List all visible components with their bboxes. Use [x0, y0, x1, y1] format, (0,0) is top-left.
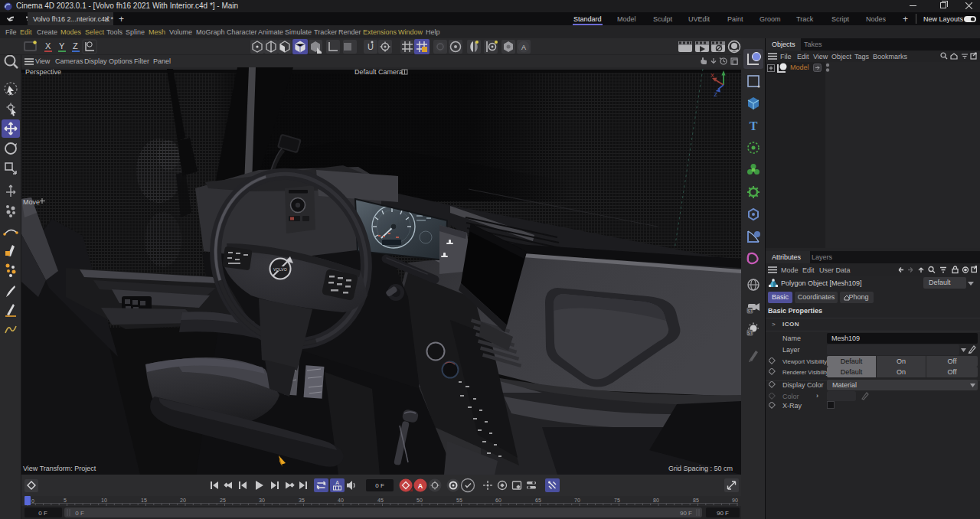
svg-text:Z: Z — [714, 92, 718, 97]
svg-text:75: 75 — [614, 498, 620, 503]
svg-text:10: 10 — [101, 498, 107, 503]
svg-text:40: 40 — [338, 498, 344, 503]
svg-text:5: 5 — [64, 498, 67, 503]
svg-text:85: 85 — [693, 498, 699, 503]
svg-text:View Transform: Project: View Transform: Project — [23, 465, 96, 472]
svg-text:70: 70 — [574, 498, 580, 503]
svg-text:Y: Y — [59, 41, 65, 51]
svg-text:90 F: 90 F — [717, 510, 729, 517]
svg-text:U: U — [368, 42, 374, 51]
svg-text:ST: ST — [747, 308, 752, 313]
svg-text:35: 35 — [299, 498, 305, 503]
svg-text:VOLVO: VOLVO — [273, 267, 287, 272]
svg-text:A: A — [335, 480, 339, 485]
svg-text:90 F: 90 F — [680, 510, 692, 517]
svg-text:60: 60 — [495, 498, 501, 503]
svg-text:X: X — [710, 73, 714, 78]
svg-text:30: 30 — [259, 498, 265, 503]
svg-text:Grid Spacing : 50 cm: Grid Spacing : 50 cm — [668, 465, 733, 472]
svg-text:90: 90 — [732, 498, 738, 503]
svg-text:0 F: 0 F — [38, 510, 47, 517]
svg-text:T: T — [750, 119, 758, 132]
svg-text:65: 65 — [535, 498, 541, 503]
svg-text:Perspective: Perspective — [25, 68, 61, 76]
svg-text:45: 45 — [377, 498, 384, 503]
svg-text:0 F: 0 F — [375, 482, 384, 489]
svg-text:25: 25 — [220, 498, 226, 503]
svg-text:Z: Z — [73, 41, 78, 51]
svg-text:55: 55 — [456, 498, 462, 503]
svg-text:X: X — [45, 41, 51, 51]
svg-text:50: 50 — [416, 498, 423, 503]
svg-text:A: A — [521, 44, 526, 51]
svg-text:80: 80 — [653, 498, 659, 503]
svg-text:A: A — [418, 482, 423, 490]
svg-text:0 F: 0 F — [75, 510, 84, 517]
svg-text:ST: ST — [747, 331, 752, 335]
svg-text:20: 20 — [180, 498, 186, 503]
svg-text:Default Camera: Default Camera — [354, 68, 403, 76]
svg-text:0: 0 — [31, 498, 34, 504]
svg-text:Move: Move — [23, 198, 40, 206]
svg-text:15: 15 — [141, 498, 147, 503]
